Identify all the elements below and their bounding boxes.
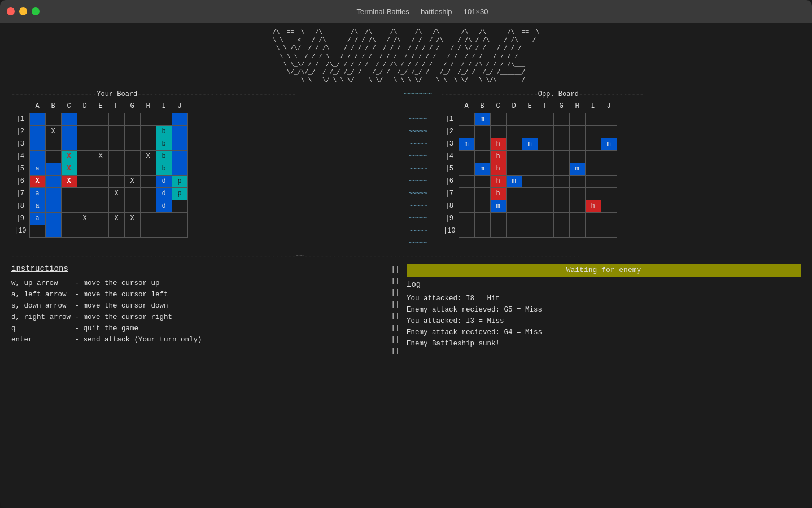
instruction-down: s, down arrow - move the cursor down: [11, 300, 384, 312]
wave-column: ~~~~~~~~~~~~~~~~~~~~~~~~~~~~~~~~~~~~~~~~…: [395, 100, 440, 249]
instruction-left: a, left arrow - move the cursor left: [11, 289, 384, 300]
traffic-lights: [7, 7, 40, 15]
log-entry-1: You attacked: I8 = Hit: [407, 293, 801, 304]
ascii-art: /\ == \ /\ /\ /\ /\ /\ /\ /\ /\ /\ == \ …: [273, 28, 540, 84]
log-entry-4: Enemy attack recieved: G4 = Miss: [407, 327, 801, 338]
instruction-quit: q - quit the game: [11, 323, 384, 334]
ascii-art-container: /\ == \ /\ /\ /\ /\ /\ /\ /\ /\ /\ == \ …: [11, 28, 801, 85]
titlebar: Terminal-Battles — battleship — 101×30: [0, 0, 812, 23]
table-row: |2: [440, 125, 617, 138]
instructions-panel: instructions w, up arrow - move the curs…: [11, 264, 384, 357]
opp-board-label: ------------------------Opp. Board------…: [440, 90, 644, 99]
table-row: |1 m: [440, 113, 617, 125]
table-row: |9: [440, 212, 617, 225]
waves: ~~~~~~~~~~~~~~~~~~~~~~~~~~~~~~~~~~~~~~~~…: [408, 113, 427, 249]
col-I: I: [156, 100, 172, 113]
table-row: |4 X X X b: [11, 150, 187, 163]
corner-cell: [11, 100, 29, 113]
table-row: |5 a X b: [11, 163, 187, 175]
maximize-button[interactable]: [32, 7, 40, 15]
wave-label: ~~~~~~~: [395, 90, 440, 99]
table-row: |10: [11, 225, 187, 237]
col-G: G: [124, 100, 140, 113]
table-row: |5 m h m: [440, 163, 617, 175]
log-panel: Waiting for enemy log You attacked: I8 =…: [407, 264, 801, 357]
table-row: |9 a X X X: [11, 212, 187, 225]
instruction-right: d, right arrow - move the cursor right: [11, 312, 384, 323]
col-D: D: [77, 100, 93, 113]
your-board-label: ---------------------Your Board---------…: [11, 90, 395, 99]
table-row: |6 X X X d p: [11, 175, 187, 187]
col-A: A: [29, 100, 45, 113]
instructions-title: instructions: [11, 264, 384, 275]
col-C: C: [61, 100, 77, 113]
terminal: /\ == \ /\ /\ /\ /\ /\ /\ /\ /\ /\ == \ …: [0, 23, 812, 508]
instruction-enter: enter - send attack (Your turn only): [11, 334, 384, 345]
log-entry-2: Enemy attack recieved: G5 = Miss: [407, 304, 801, 316]
log-entry-5: Enemy Battleship sunk!: [407, 338, 801, 349]
window-title: Terminal-Battles — battleship — 101×30: [40, 7, 805, 16]
opp-board: A B C D E F G H I J: [440, 100, 617, 238]
status-bar: Waiting for enemy: [407, 264, 801, 277]
boards-container: A B C D E F G H I J: [11, 100, 801, 249]
table-row: |3 b: [11, 138, 187, 150]
table-row: |6 h m: [440, 175, 617, 187]
table-row: |8 m h: [440, 200, 617, 212]
col-J: J: [172, 100, 187, 113]
col-B: B: [45, 100, 61, 113]
table-row: |1: [11, 113, 187, 125]
vertical-divider: ||||||||||||||||: [384, 264, 407, 357]
col-H: H: [140, 100, 156, 113]
table-row: |7 h: [440, 187, 617, 200]
col-F: F: [108, 100, 124, 113]
board-labels: ---------------------Your Board---------…: [11, 90, 801, 99]
instruction-up: w, up arrow - move the cursor up: [11, 278, 384, 289]
your-board: A B C D E F G H I J: [11, 100, 395, 238]
close-button[interactable]: [7, 7, 15, 15]
log-title: log: [407, 279, 801, 291]
window: Terminal-Battles — battleship — 101×30 /…: [0, 0, 812, 508]
table-row: |7 a X d p: [11, 187, 187, 200]
table-row: |2 X b: [11, 125, 187, 138]
your-grid-table: A B C D E F G H I J: [11, 100, 188, 238]
table-row: |4 h: [440, 150, 617, 163]
bottom-section: instructions w, up arrow - move the curs…: [11, 264, 801, 357]
table-row: |8 a d: [11, 200, 187, 212]
minimize-button[interactable]: [19, 7, 27, 15]
log-entry-3: You attacked: I3 = Miss: [407, 316, 801, 327]
opp-grid-table: A B C D E F G H I J: [440, 100, 617, 238]
table-row: |3 m h m m: [440, 138, 617, 150]
corner-cell-opp: [440, 100, 459, 113]
col-E: E: [93, 100, 108, 113]
separator: ----------------------------------------…: [11, 252, 801, 261]
table-row: |10: [440, 225, 617, 237]
